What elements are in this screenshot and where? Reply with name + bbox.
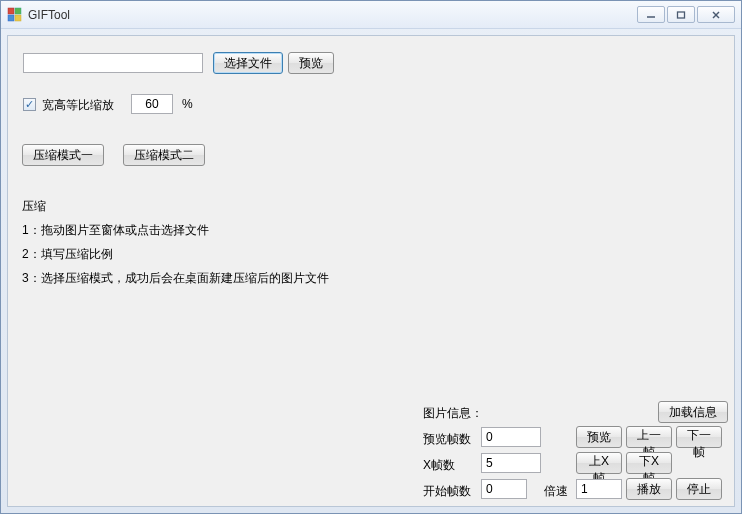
titlebar: GIFTool: [1, 1, 741, 29]
next-frame-button[interactable]: 下一帧: [676, 426, 722, 448]
compress-mode-2-button[interactable]: 压缩模式二: [123, 144, 205, 166]
window-title: GIFTool: [28, 8, 637, 22]
prev-frame-button[interactable]: 上一帧: [626, 426, 672, 448]
scale-value-input[interactable]: [131, 94, 173, 114]
aspect-ratio-label: 宽高等比缩放: [42, 97, 114, 114]
svg-rect-0: [8, 8, 14, 14]
app-icon: [7, 7, 23, 23]
scale-unit-label: %: [182, 97, 193, 111]
preview-button-top[interactable]: 预览: [288, 52, 334, 74]
instruction-line-1: 1：拖动图片至窗体或点击选择文件: [22, 222, 209, 239]
down-x-frame-button[interactable]: 下X帧: [626, 452, 672, 474]
image-info-label: 图片信息：: [423, 405, 483, 422]
svg-rect-2: [8, 15, 14, 21]
instruction-line-3: 3：选择压缩模式，成功后会在桌面新建压缩后的图片文件: [22, 270, 329, 287]
up-x-frame-button[interactable]: 上X帧: [576, 452, 622, 474]
speed-label: 倍速: [544, 483, 568, 500]
instruction-line-2: 2：填写压缩比例: [22, 246, 113, 263]
preview-frame-input[interactable]: [481, 427, 541, 447]
play-button[interactable]: 播放: [626, 478, 672, 500]
preview-button-bottom[interactable]: 预览: [576, 426, 622, 448]
x-frame-input[interactable]: [481, 453, 541, 473]
file-path-input[interactable]: [23, 53, 203, 73]
close-button[interactable]: [697, 6, 735, 23]
select-file-button[interactable]: 选择文件: [213, 52, 283, 74]
maximize-button[interactable]: [667, 6, 695, 23]
client-area: 选择文件 预览 ✓ 宽高等比缩放 % 压缩模式一 压缩模式二 压缩 1：拖动图片…: [7, 35, 735, 507]
x-frame-label: X帧数: [423, 457, 455, 474]
load-info-button[interactable]: 加载信息: [658, 401, 728, 423]
instructions-heading: 压缩: [22, 198, 46, 215]
compress-mode-1-button[interactable]: 压缩模式一: [22, 144, 104, 166]
speed-input[interactable]: [576, 479, 622, 499]
svg-rect-5: [678, 12, 685, 18]
start-frame-label: 开始帧数: [423, 483, 471, 500]
start-frame-input[interactable]: [481, 479, 527, 499]
aspect-ratio-checkbox[interactable]: ✓: [23, 98, 36, 111]
preview-frame-label: 预览帧数: [423, 431, 471, 448]
minimize-button[interactable]: [637, 6, 665, 23]
svg-rect-3: [15, 15, 21, 21]
stop-button[interactable]: 停止: [676, 478, 722, 500]
svg-rect-1: [15, 8, 21, 14]
